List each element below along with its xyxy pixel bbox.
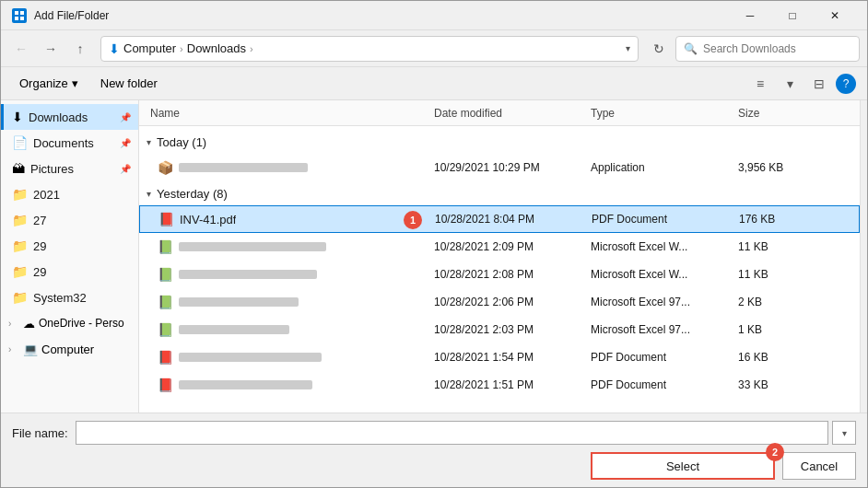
file-size-y3: 11 KB <box>738 268 821 281</box>
view-details-button[interactable]: ⊟ <box>806 72 832 96</box>
filename-input-wrap: ▾ <box>76 421 856 445</box>
filename-label: File name: <box>12 426 68 440</box>
view-list-button[interactable]: ≡ <box>747 72 773 96</box>
file-row-y7[interactable]: 📕 10/28/2021 1:51 PM PDF Document 33 KB <box>139 371 860 399</box>
documents-icon: 📄 <box>12 135 28 150</box>
pin-icon-documents: 📌 <box>120 138 131 148</box>
file-icon-y5: 📗 <box>158 322 173 337</box>
file-list: ▾ Today (1) 📦 10/29/2021 10:29 PM Applic… <box>139 126 860 412</box>
file-date-y2: 10/28/2021 2:09 PM <box>434 240 591 253</box>
breadcrumb-sep1: › <box>180 43 183 54</box>
file-size-today1: 3,956 KB <box>738 161 821 174</box>
file-name-y3: 📗 <box>139 267 434 282</box>
pin-icon-pictures: 📌 <box>120 164 131 174</box>
file-row-inv41[interactable]: 📕 INV-41.pdf 10/28/2021 8:04 PM PDF Docu… <box>139 205 860 233</box>
sidebar-item-29a[interactable]: 📁 29 <box>1 233 138 259</box>
expand-computer-icon: › <box>8 344 19 354</box>
group-today-label: Today (1) <box>157 135 206 149</box>
file-icon-y6: 📕 <box>158 350 173 365</box>
file-name-text-inv41: INV-41.pdf <box>180 213 236 227</box>
cancel-button[interactable]: Cancel <box>782 452 856 480</box>
sidebar-item-29b[interactable]: 📁 29 <box>1 259 138 285</box>
file-name-blurred-y4 <box>179 297 299 307</box>
file-row-y4[interactable]: 📗 10/28/2021 2:06 PM Microsoft Excel 97.… <box>139 288 860 316</box>
file-type-y2: Microsoft Excel W... <box>591 240 738 253</box>
up-button[interactable]: ↑ <box>67 36 93 62</box>
file-row-y6[interactable]: 📕 10/28/2021 1:54 PM PDF Document 16 KB <box>139 343 860 371</box>
breadcrumb-sep2: › <box>250 43 253 54</box>
file-row-y2[interactable]: 📗 10/28/2021 2:09 PM Microsoft Excel W..… <box>139 233 860 261</box>
file-row-today1[interactable]: 📦 10/29/2021 10:29 PM Application 3,956 … <box>139 154 860 181</box>
group-today-chevron: ▾ <box>147 137 151 147</box>
view-dropdown-button[interactable]: ▾ <box>777 72 803 96</box>
file-type-y5: Microsoft Excel 97... <box>591 323 738 336</box>
file-icon-y7: 📕 <box>158 378 173 392</box>
folder-29b-icon: 📁 <box>12 264 28 279</box>
group-today[interactable]: ▾ Today (1) <box>139 130 860 154</box>
folder-2021-icon: 📁 <box>12 187 28 202</box>
help-button[interactable]: ? <box>836 74 856 94</box>
refresh-button[interactable]: ↻ <box>646 36 672 62</box>
back-button[interactable]: ← <box>8 36 34 62</box>
sidebar-item-pictures[interactable]: 🏔 Pictures 📌 <box>1 156 138 181</box>
file-panel: Name Date modified Type Size ▾ Today (1)… <box>139 100 860 412</box>
sidebar-item-2021[interactable]: 📁 2021 <box>1 181 138 207</box>
dialog-window: Add File/Folder ─ □ ✕ ← → ↑ ⬇ Computer ›… <box>0 0 868 488</box>
file-name-y4: 📗 <box>139 295 434 309</box>
file-name-blurred-y2 <box>179 242 326 251</box>
sidebar-item-27[interactable]: 📁 27 <box>1 207 138 233</box>
file-date-y3: 10/28/2021 2:08 PM <box>434 268 591 281</box>
group-yesterday-label: Yesterday (8) <box>157 187 228 201</box>
search-icon: 🔍 <box>684 42 698 55</box>
file-type-today1: Application <box>591 161 738 174</box>
file-date-y4: 10/28/2021 2:06 PM <box>434 296 591 308</box>
column-type: Type <box>591 107 738 120</box>
organize-chevron-icon: ▾ <box>72 76 78 90</box>
downloads-nav-icon: ⬇ <box>109 41 120 56</box>
sidebar-item-downloads[interactable]: ⬇ Downloads 📌 <box>1 104 138 130</box>
scrollbar[interactable] <box>860 100 867 412</box>
file-size-y2: 11 KB <box>738 240 821 253</box>
column-date[interactable]: Date modified <box>434 107 591 120</box>
file-row-y5[interactable]: 📗 10/28/2021 2:03 PM Microsoft Excel 97.… <box>139 316 860 343</box>
breadcrumb-downloads[interactable]: Downloads <box>187 41 246 55</box>
svg-rect-0 <box>15 11 18 15</box>
file-name-y2: 📗 <box>139 239 434 254</box>
sidebar: ⬇ Downloads 📌 📄 Documents 📌 🏔 Pictures 📌… <box>1 100 139 412</box>
file-date-y7: 10/28/2021 1:51 PM <box>434 378 591 391</box>
maximize-button[interactable]: □ <box>771 1 814 30</box>
sidebar-item-documents[interactable]: 📄 Documents 📌 <box>1 130 138 156</box>
buttons-row: Select 2 Cancel <box>12 452 856 480</box>
file-icon-today1: 📦 <box>158 160 173 175</box>
file-name-inv41: 📕 INV-41.pdf <box>140 212 435 227</box>
address-dropdown-icon[interactable]: ▾ <box>626 43 630 53</box>
minimize-button[interactable]: ─ <box>729 1 771 30</box>
address-bar[interactable]: ⬇ Computer › Downloads › ▾ <box>100 36 639 62</box>
select-button[interactable]: Select <box>591 452 775 480</box>
file-date-y6: 10/28/2021 1:54 PM <box>434 351 591 364</box>
file-icon-inv41: 📕 <box>158 212 174 227</box>
search-box[interactable]: 🔍 <box>675 36 860 62</box>
forward-button[interactable]: → <box>38 36 64 62</box>
filename-input[interactable] <box>76 421 828 445</box>
window-controls: ─ □ ✕ <box>729 1 856 30</box>
close-button[interactable]: ✕ <box>814 1 856 30</box>
filename-dropdown-button[interactable]: ▾ <box>832 421 856 445</box>
sidebar-item-computer[interactable]: › 💻 Computer <box>1 336 138 362</box>
column-name[interactable]: Name <box>139 107 434 120</box>
group-yesterday[interactable]: ▾ Yesterday (8) <box>139 181 860 205</box>
breadcrumb-computer[interactable]: Computer <box>123 41 176 55</box>
organize-label: Organize <box>19 76 68 90</box>
window-icon <box>12 8 27 23</box>
column-size: Size <box>738 107 821 120</box>
file-row-y3[interactable]: 📗 10/28/2021 2:08 PM Microsoft Excel W..… <box>139 261 860 288</box>
sidebar-item-system32[interactable]: 📁 System32 <box>1 285 138 310</box>
sidebar-item-onedrive[interactable]: › ☁ OneDrive - Perso <box>1 310 138 336</box>
file-type-y6: PDF Document <box>591 351 738 364</box>
file-name-today1: 📦 <box>139 160 434 175</box>
svg-rect-3 <box>20 17 24 20</box>
view-controls: ≡ ▾ ⊟ ? <box>747 72 856 96</box>
new-folder-button[interactable]: New folder <box>93 72 165 96</box>
organize-button[interactable]: Organize ▾ <box>12 72 86 96</box>
search-input[interactable] <box>703 42 851 55</box>
